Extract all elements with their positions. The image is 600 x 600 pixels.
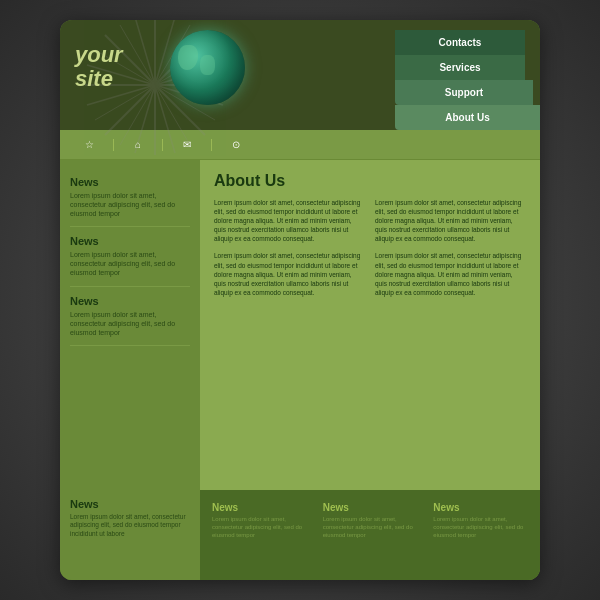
site-title-block: your site bbox=[75, 30, 165, 91]
sidebar-news-1-title: News bbox=[70, 176, 190, 188]
sidebar-news-1-text: Lorem ipsum dolor sit amet, consectetur … bbox=[70, 191, 190, 218]
bottom-news-title: News bbox=[70, 498, 190, 510]
bottom-col-3-text: Lorem ipsum dolor sit amet, consectetur … bbox=[433, 516, 528, 539]
sidebar-news-1: News Lorem ipsum dolor sit amet, consect… bbox=[70, 168, 190, 227]
bottom-col-2: News Lorem ipsum dolor sit amet, consect… bbox=[319, 498, 422, 572]
bottom-left-news: News Lorem ipsum dolor sit amet, consect… bbox=[60, 490, 200, 580]
sidebar-news-2-title: News bbox=[70, 235, 190, 247]
content-col2-para2: Lorem ipsum dolor sit amet, consectetur … bbox=[375, 251, 526, 296]
site-title: your site bbox=[75, 43, 165, 91]
sidebar-news-3-title: News bbox=[70, 295, 190, 307]
sidebar-news-2-text: Lorem ipsum dolor sit amet, consectetur … bbox=[70, 250, 190, 277]
content-col1-para2: Lorem ipsum dolor sit amet, consectetur … bbox=[214, 251, 365, 296]
content-col-2: Lorem ipsum dolor sit amet, consectetur … bbox=[375, 198, 526, 305]
bottom-col-3: News Lorem ipsum dolor sit amet, consect… bbox=[429, 498, 532, 572]
website-frame: your site ☆ ▲ ✉ Contacts Services Suppor… bbox=[60, 20, 540, 580]
main-content: News Lorem ipsum dolor sit amet, consect… bbox=[60, 160, 540, 490]
sidebar-news-2: News Lorem ipsum dolor sit amet, consect… bbox=[70, 227, 190, 286]
left-sidebar: News Lorem ipsum dolor sit amet, consect… bbox=[60, 160, 200, 490]
globe-container bbox=[165, 25, 255, 115]
content-col2-para1: Lorem ipsum dolor sit amet, consectetur … bbox=[375, 198, 526, 243]
sidebar-news-3-text: Lorem ipsum dolor sit amet, consectetur … bbox=[70, 310, 190, 337]
bottom-section: News Lorem ipsum dolor sit amet, consect… bbox=[60, 490, 540, 580]
main-body: About Us Lorem ipsum dolor sit amet, con… bbox=[200, 160, 540, 490]
nav-support[interactable]: Support bbox=[395, 80, 533, 105]
bottom-news-text: Lorem ipsum dolor sit amet, consectetur … bbox=[70, 513, 190, 538]
globe-icon bbox=[170, 30, 245, 105]
bottom-col-2-text: Lorem ipsum dolor sit amet, consectetur … bbox=[323, 516, 418, 539]
content-col-1: Lorem ipsum dolor sit amet, consectetur … bbox=[214, 198, 365, 305]
about-us-title: About Us bbox=[214, 172, 526, 190]
bottom-col-1-title: News bbox=[212, 502, 307, 513]
content-col1-para1: Lorem ipsum dolor sit amet, consectetur … bbox=[214, 198, 365, 243]
nav-services[interactable]: Services bbox=[395, 55, 525, 80]
nav-menu: Contacts Services Support About Us bbox=[395, 30, 525, 130]
bottom-col-3-title: News bbox=[433, 502, 528, 513]
content-columns: Lorem ipsum dolor sit amet, consectetur … bbox=[214, 198, 526, 305]
sidebar-news-3: News Lorem ipsum dolor sit amet, consect… bbox=[70, 287, 190, 346]
nav-contacts[interactable]: Contacts bbox=[395, 30, 525, 55]
header: your site ☆ ▲ ✉ Contacts Services Suppor… bbox=[60, 20, 540, 130]
bottom-col-2-title: News bbox=[323, 502, 418, 513]
bottom-col-1-text: Lorem ipsum dolor sit amet, consectetur … bbox=[212, 516, 307, 539]
bottom-col-1: News Lorem ipsum dolor sit amet, consect… bbox=[208, 498, 311, 572]
header-content: your site ☆ ▲ ✉ Contacts Services Suppor… bbox=[75, 30, 525, 91]
nav-about[interactable]: About Us bbox=[395, 105, 540, 130]
bottom-right-cols: News Lorem ipsum dolor sit amet, consect… bbox=[200, 490, 540, 580]
